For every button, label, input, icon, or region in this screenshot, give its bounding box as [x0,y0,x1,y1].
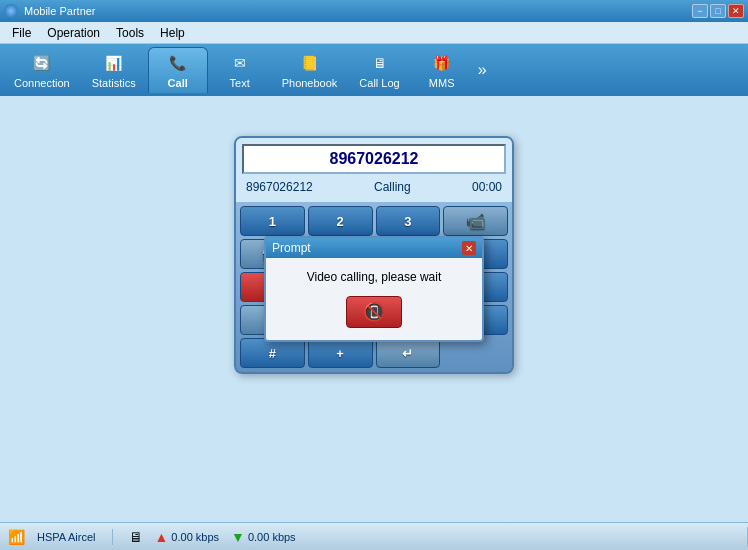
call-display: 8967026212 8967026212 Calling 00:00 [236,138,512,202]
call-status-row: 8967026212 Calling 00:00 [242,178,506,196]
tab-statistics[interactable]: 📊 Statistics [82,47,146,93]
menu-operation[interactable]: Operation [39,24,108,42]
key-3[interactable]: 3 [376,206,441,236]
tab-connection[interactable]: 🔄 Connection [4,47,80,93]
tab-phonebook-label: Phonebook [282,77,338,89]
prompt-title: Prompt [272,241,311,255]
tab-phonebook[interactable]: 📒 Phonebook [272,47,348,93]
call-status-label: Calling [374,180,411,194]
app-icon [4,4,18,18]
menu-file[interactable]: File [4,24,39,42]
menubar: File Operation Tools Help [0,22,748,44]
tab-text-label: Text [230,77,250,89]
main-content: 8967026212 8967026212 Calling 00:00 1 2 … [0,96,748,522]
mms-icon: 🎁 [431,52,453,74]
close-button[interactable]: ✕ [728,4,744,18]
phone-number-display: 8967026212 [242,144,506,174]
tab-mms[interactable]: 🎁 MMS [412,47,472,93]
key-back[interactable]: ↵ [376,338,441,368]
upload-speed: ▲ 0.00 kbps [155,529,220,545]
calllog-icon: 🖥 [369,52,391,74]
statistics-icon: 📊 [103,52,125,74]
menu-help[interactable]: Help [152,24,193,42]
key-videocall[interactable]: 📹 [443,206,508,236]
tab-text[interactable]: ✉ Text [210,47,270,93]
upload-speed-label: 0.00 kbps [171,531,219,543]
prompt-hangup-button[interactable]: 📵 [346,296,402,328]
titlebar-title: Mobile Partner [24,5,96,17]
key-2[interactable]: 2 [308,206,373,236]
statusbar: 📶 HSPA Aircel 🖥 ▲ 0.00 kbps ▼ 0.00 kbps [0,522,748,550]
download-speed: ▼ 0.00 kbps [231,529,296,545]
status-divider [112,529,113,545]
key-1[interactable]: 1 [240,206,305,236]
more-tabs-button[interactable]: » [474,57,491,83]
prompt-body: Video calling, please wait 📵 [266,258,482,340]
download-arrow-icon: ▼ [231,529,245,545]
key-plus[interactable]: + [308,338,373,368]
text-icon: ✉ [229,52,251,74]
connection-status-icon: 🖥 [129,529,143,545]
phonebook-icon: 📒 [299,52,321,74]
tab-calllog-label: Call Log [359,77,399,89]
prompt-titlebar: Prompt ✕ [266,238,482,258]
tab-connection-label: Connection [14,77,70,89]
prompt-dialog: Prompt ✕ Video calling, please wait 📵 [264,236,484,342]
titlebar: Mobile Partner − □ ✕ [0,0,748,22]
titlebar-left: Mobile Partner [4,4,96,18]
menu-tools[interactable]: Tools [108,24,152,42]
prompt-close-button[interactable]: ✕ [462,241,476,255]
prompt-message: Video calling, please wait [278,270,470,284]
tab-call[interactable]: 📞 Call [148,47,208,93]
tab-calllog[interactable]: 🖥 Call Log [349,47,409,93]
connection-icon: 🔄 [31,52,53,74]
download-speed-label: 0.00 kbps [248,531,296,543]
upload-arrow-icon: ▲ [155,529,169,545]
key-hash[interactable]: # [240,338,305,368]
signal-icon: 📶 [8,529,25,545]
tab-mms-label: MMS [429,77,455,89]
maximize-button[interactable]: □ [710,4,726,18]
toolbar: 🔄 Connection 📊 Statistics 📞 Call ✉ Text … [0,44,748,96]
call-number-label: 8967026212 [246,180,313,194]
call-timer-label: 00:00 [472,180,502,194]
call-icon: 📞 [167,52,189,74]
titlebar-controls: − □ ✕ [692,4,744,18]
minimize-button[interactable]: − [692,4,708,18]
network-label: HSPA Aircel [37,531,96,543]
tab-call-label: Call [168,77,188,89]
tab-statistics-label: Statistics [92,77,136,89]
hangup-phone-icon: 📵 [363,301,385,323]
